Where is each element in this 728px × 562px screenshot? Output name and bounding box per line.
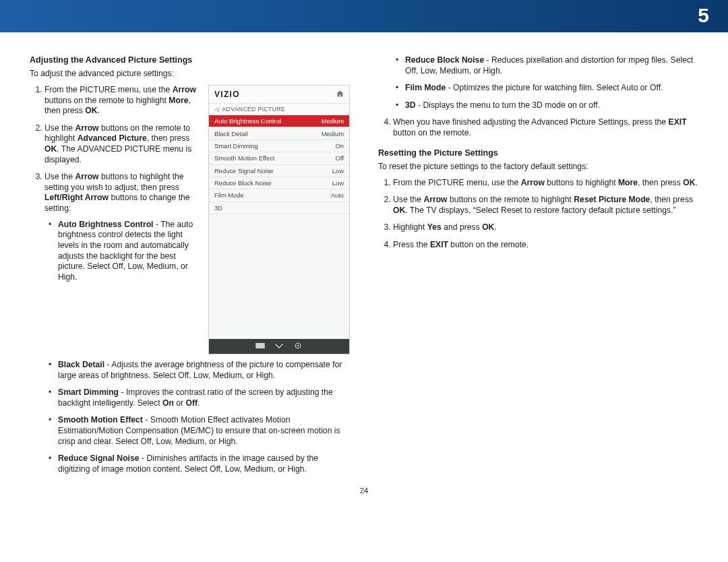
section-title-reset: Resetting the Picture Settings	[378, 148, 698, 158]
intro-adjusting: To adjust the advanced picture settings:	[30, 69, 350, 78]
tv-menu-row: Film ModeAuto	[209, 189, 349, 201]
page-body: Adjusting the Advanced Picture Settings …	[0, 32, 728, 501]
option-item: Auto Brightness Control - The auto brigh…	[58, 220, 350, 283]
left-column: Adjusting the Advanced Picture Settings …	[30, 55, 350, 481]
svg-marker-3	[275, 344, 283, 348]
step-item: Use the Arrow buttons on the remote to h…	[393, 195, 698, 216]
option-item: Black Detail - Adjusts the average brigh…	[58, 360, 350, 381]
page-number: 24	[30, 487, 698, 495]
svg-rect-2	[257, 347, 264, 348]
option-item: 3D - Displays the menu to turn the 3D mo…	[405, 100, 698, 111]
svg-point-5	[297, 345, 299, 346]
step-item: From the PICTURE menu, use the Arrow but…	[393, 178, 698, 189]
chapter-number: 5	[698, 4, 709, 27]
option-item: Smooth Motion Effect - Smooth Motion Eff…	[58, 415, 350, 447]
step-item: When you have finished adjusting the Adv…	[393, 117, 698, 138]
steps-adjusting-cont: When you have finished adjusting the Adv…	[378, 117, 698, 138]
tv-breadcrumb: ◁ADVANCED PICTURE	[209, 104, 349, 115]
svg-marker-0	[336, 90, 344, 96]
home-icon	[336, 90, 344, 98]
intro-reset: To reset the picture settings to the fac…	[378, 162, 698, 171]
tv-menu-row: 3D	[209, 202, 349, 214]
widescreen-icon	[255, 342, 265, 350]
tv-footer-bar	[209, 339, 349, 354]
gear-icon	[293, 342, 303, 350]
right-column: Reduce Block Noise - Reduces pixellation…	[378, 55, 698, 481]
tv-menu-row: Reduce Block NoiseLow	[209, 177, 349, 189]
tv-menu-row: Smooth Motion EffectOff	[209, 152, 349, 164]
step-item: Press the EXIT button on the remote.	[393, 240, 698, 251]
options-list-continued: Reduce Block Noise - Reduces pixellation…	[378, 55, 698, 111]
steps-reset: From the PICTURE menu, use the Arrow but…	[378, 178, 698, 251]
tv-brand: VIZIO	[214, 90, 240, 99]
tv-menu-row: Reduce Signal NoiseLow	[209, 165, 349, 177]
step-item: Highlight Yes and press OK.	[393, 222, 698, 233]
option-item: Smart Dimming - Improves the contrast ra…	[58, 387, 350, 408]
option-item: Reduce Block Noise - Reduces pixellation…	[405, 55, 698, 76]
tv-menu-row: Smart DimmingOn	[209, 140, 349, 152]
chapter-header: 5	[0, 0, 728, 32]
tv-menu-row: Black DetailMedium	[209, 127, 349, 139]
option-item: Film Mode - Optimizes the picture for wa…	[405, 83, 698, 94]
section-title-adjusting: Adjusting the Advanced Picture Settings	[30, 55, 350, 65]
tv-menu-rows: Auto Brightness ControlMediumBlack Detai…	[209, 115, 349, 214]
option-item: Reduce Signal Noise - Diminishes artifac…	[58, 454, 350, 474]
tv-menu-row: Auto Brightness ControlMedium	[209, 115, 349, 127]
chevron-down-icon	[274, 342, 284, 350]
